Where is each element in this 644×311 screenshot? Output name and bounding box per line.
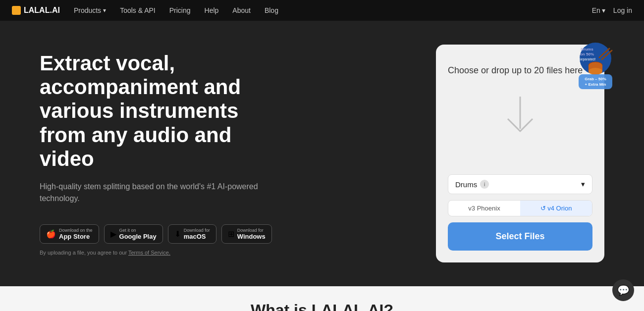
version-tabs: v3 Phoenix ↺ v4 Orion [448, 200, 592, 216]
windows-icon: ⊞ [228, 229, 234, 239]
logo-text: LALAL.AI [24, 6, 60, 15]
bottom-section: What is LALAL.AI? [0, 286, 644, 311]
app-badges: 🍎 Download on the App Store ▶ Get it on … [40, 224, 287, 244]
model-name: Drums [455, 180, 477, 189]
macos-badge[interactable]: ⬇ Download for macOS [168, 224, 216, 244]
macos-icon: ⬇ [174, 229, 181, 239]
google-play-icon: ▶ [110, 229, 116, 239]
logo-icon [12, 6, 21, 15]
badge-text: Download for Windows [237, 228, 266, 240]
left-content: Extract vocal, accompaniment and various… [40, 52, 287, 256]
upload-arrow-icon [500, 97, 540, 141]
model-info-icon: i [480, 180, 489, 189]
upload-card: Drums on 50% Separated! Grab – 50% + Ext… [436, 45, 604, 262]
badge-text: Download on the App Store [59, 228, 93, 240]
model-dropdown[interactable]: Drums i ▾ [448, 174, 592, 194]
select-files-button[interactable]: Select Files [448, 222, 592, 251]
model-selector: Drums i ▾ [448, 174, 592, 194]
nav-about[interactable]: About [232, 6, 251, 14]
terms-link[interactable]: Terms of Service. [128, 250, 170, 256]
nav-tools[interactable]: Tools & API [120, 6, 156, 14]
chevron-down-icon: ▾ [103, 7, 106, 14]
version-tab-phoenix[interactable]: v3 Phoenix [448, 201, 520, 216]
model-name-row: Drums i [455, 180, 489, 189]
version-tab-orion[interactable]: ↺ v4 Orion [520, 201, 592, 216]
badge-text: Download for macOS [184, 228, 210, 240]
badge-text: Get it on Google Play [119, 228, 157, 240]
google-play-badge[interactable]: ▶ Get it on Google Play [104, 224, 163, 244]
nav-right: En ▾ Log in [592, 6, 632, 14]
chat-icon: 💬 [617, 284, 630, 296]
hero-title: Extract vocal, accompaniment and various… [40, 52, 287, 171]
language-selector[interactable]: En ▾ [592, 6, 605, 14]
login-button[interactable]: Log in [613, 6, 632, 14]
chevron-down-icon: ▾ [602, 6, 605, 14]
app-store-badge[interactable]: 🍎 Download on the App Store [40, 224, 99, 244]
chat-button[interactable]: 💬 [612, 279, 634, 301]
orion-icon: ↺ [540, 205, 548, 212]
nav-links: Products ▾ Tools & API Pricing Help Abou… [74, 6, 578, 14]
navbar: LALAL.AI Products ▾ Tools & API Pricing … [0, 0, 644, 21]
apple-icon: 🍎 [46, 229, 56, 239]
main-section: Extract vocal, accompaniment and various… [0, 21, 644, 286]
bottom-title: What is LALAL.AI? [251, 301, 393, 311]
upload-arrow [448, 97, 592, 141]
svg-text:+ Extra Min: + Extra Min [585, 82, 606, 87]
svg-text:on 50%: on 50% [580, 52, 594, 56]
nav-pricing[interactable]: Pricing [169, 6, 191, 14]
windows-badge[interactable]: ⊞ Download for Windows [221, 224, 272, 244]
upload-disclaimer: By uploading a file, you agree to our Te… [40, 250, 287, 256]
promo-badge: Drums on 50% Separated! Grab – 50% + Ext… [560, 40, 609, 89]
hero-subtitle: High-quality stem splitting based on the… [40, 181, 287, 205]
nav-products[interactable]: Products ▾ [74, 6, 106, 14]
svg-text:Drums: Drums [581, 47, 593, 52]
svg-text:Grab – 50%: Grab – 50% [585, 77, 606, 81]
nav-help[interactable]: Help [205, 6, 219, 14]
nav-blog[interactable]: Blog [265, 6, 278, 14]
svg-text:Separated!: Separated! [579, 57, 595, 61]
logo[interactable]: LALAL.AI [12, 6, 60, 15]
dropdown-chevron-icon: ▾ [581, 180, 585, 189]
svg-point-6 [589, 68, 602, 75]
